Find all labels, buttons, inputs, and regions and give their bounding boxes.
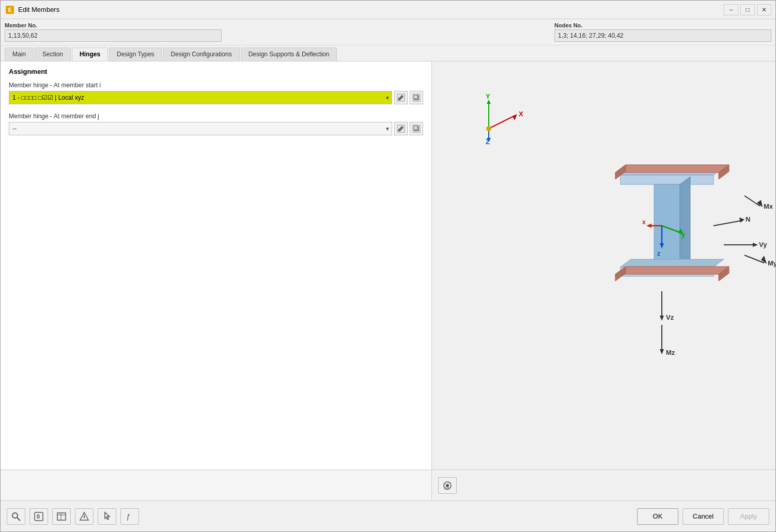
svg-text:Vy: Vy [759,241,767,248]
svg-marker-56 [660,349,664,354]
svg-line-60 [444,483,445,484]
view-settings-icon: XZ [442,480,453,491]
svg-line-14 [489,116,515,129]
minimize-button[interactable]: – [724,4,738,15]
cancel-button[interactable]: Cancel [682,508,724,525]
visualization-area: Y X Z [432,61,775,470]
svg-text:Vz: Vz [666,314,674,321]
nodes-no-input[interactable] [554,29,771,42]
svg-rect-67 [57,513,66,520]
window-controls: – □ ✕ [724,4,771,15]
hinge-end-dropdown-wrapper: -- ▼ [9,122,392,135]
svg-text:y: y [681,231,685,239]
beam-diagram: x y z N [605,144,760,340]
svg-point-72 [84,514,85,515]
hinge-start-dropdown-wrapper: 1 - □□□□ □☑☑ | Local xyz ▼ [9,91,392,104]
svg-rect-20 [620,175,713,184]
counter-footer-button[interactable]: 0 [29,508,48,525]
hinge-end-dropdown[interactable]: -- [9,122,392,135]
hinge-start-row: 1 - □□□□ □☑☑ | Local xyz ▼ [9,91,423,104]
table-icon [56,511,67,522]
formula-icon: ƒ [125,511,135,522]
footer-left: 0 [7,508,139,525]
svg-marker-13 [487,100,491,104]
svg-point-63 [12,513,18,518]
edit-icon-2 [397,124,405,133]
tab-main[interactable]: Main [5,48,34,61]
svg-marker-32 [646,224,651,228]
tab-hinges[interactable]: Hinges [72,48,108,61]
tab-design-configurations[interactable]: Design Configurations [163,48,240,61]
svg-text:0: 0 [37,513,40,520]
bottom-left-panel [1,470,431,500]
middle-group [226,22,550,42]
apply-button[interactable]: Apply [728,508,769,525]
svg-marker-27 [620,259,724,267]
main-window: E Edit Members – □ ✕ Member No. Nodes No… [0,0,776,532]
svg-text:ƒ: ƒ [126,512,130,521]
window-icon: E [5,5,15,15]
hinge-start-edit-button[interactable] [394,91,408,104]
svg-text:E: E [8,7,12,13]
window-title: Edit Members [18,6,724,13]
svg-marker-28 [615,267,729,274]
info-icon [79,511,89,522]
left-panel: Assignment Member hinge - At member star… [1,61,432,500]
svg-text:Mz: Mz [666,349,675,356]
copy-icon-2 [412,124,421,133]
hinge-end-row: -- ▼ [9,122,423,135]
tab-design-supports-deflection[interactable]: Design Supports & Deflection [241,48,337,61]
pointer-icon [102,511,112,522]
hinge-start-label: Member hinge - At member start i [9,82,423,89]
svg-text:z: z [657,250,660,257]
maximize-button[interactable]: □ [740,4,755,15]
nodes-no-group: Nodes No. [554,22,771,42]
search-icon [11,511,21,522]
table-footer-button[interactable] [52,508,71,525]
search-footer-button[interactable] [7,508,25,525]
svg-rect-6 [414,95,417,99]
svg-marker-25 [680,177,690,267]
svg-line-64 [17,518,20,521]
right-bottom-panel: XZ [432,470,775,500]
info-footer-button[interactable] [75,508,94,525]
x-axis-label: X [519,110,523,118]
footer-right: OK Cancel Apply [637,508,769,525]
svg-text:Mx: Mx [764,202,773,210]
svg-marker-47 [753,243,758,247]
svg-text:XZ: XZ [444,486,449,491]
member-no-label: Member No. [5,22,222,28]
tab-design-types[interactable]: Design Types [109,48,162,61]
pointer-footer-button[interactable] [98,508,116,525]
view-settings-button[interactable]: XZ [438,477,457,494]
svg-rect-11 [414,126,417,130]
hinge-end-edit-button[interactable] [394,122,408,135]
footer: 0 [1,500,775,531]
tab-section[interactable]: Section [35,48,71,61]
svg-text:My: My [768,259,775,267]
hinge-end-group: Member hinge - At member end j -- ▼ [9,113,423,135]
tabs-bar: Main Section Hinges Design Types Design … [1,45,775,61]
svg-marker-15 [513,114,517,120]
svg-line-40 [713,221,742,226]
hinge-end-copy-button[interactable] [410,122,423,135]
svg-line-43 [744,196,760,206]
header-section: Member No. Nodes No. [1,19,775,45]
coord-axes: Y X Z [463,92,525,146]
svg-line-49 [744,255,764,263]
close-button[interactable]: ✕ [757,4,771,15]
svg-point-18 [486,126,491,131]
hinge-end-label: Member hinge - At member end j [9,113,423,120]
member-no-input[interactable] [5,29,222,42]
copy-icon [412,93,421,102]
edit-icon [397,93,405,102]
hinge-start-dropdown[interactable]: 1 - □□□□ □☑☑ | Local xyz [9,91,392,104]
hinge-start-copy-button[interactable] [410,91,423,104]
formula-footer-button[interactable]: ƒ [120,508,139,525]
svg-text:x: x [642,218,646,226]
svg-text:N: N [746,215,750,223]
ok-button[interactable]: OK [637,508,678,525]
svg-marker-53 [660,316,664,321]
y-axis-label: Y [486,92,490,100]
svg-marker-41 [739,217,744,223]
